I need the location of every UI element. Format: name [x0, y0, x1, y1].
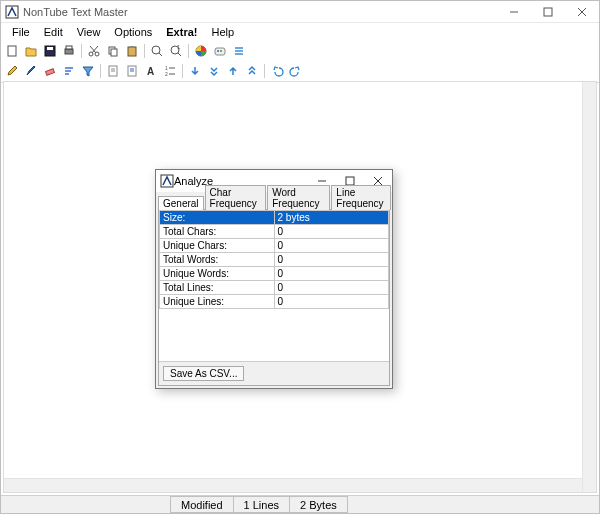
- svg-line-21: [178, 53, 181, 56]
- palette-icon[interactable]: [211, 42, 229, 60]
- main-titlebar: NonTube Text Master: [1, 1, 599, 23]
- table-row[interactable]: Total Lines: 0: [160, 281, 389, 295]
- tab-line-frequency[interactable]: Line Frequency: [331, 185, 391, 210]
- dialog-tabstrip: General Char Frequency Word Frequency Li…: [156, 192, 392, 209]
- row-value: 0: [274, 281, 389, 295]
- menu-extra[interactable]: Extra!: [159, 25, 204, 39]
- svg-point-26: [220, 50, 222, 52]
- tab-word-frequency[interactable]: Word Frequency: [267, 185, 330, 210]
- svg-rect-17: [130, 46, 134, 48]
- svg-text:A: A: [147, 66, 154, 77]
- table-row[interactable]: Unique Lines: 0: [160, 295, 389, 309]
- copy-icon[interactable]: [104, 42, 122, 60]
- table-row[interactable]: Size: 2 bytes: [160, 211, 389, 225]
- horizontal-scrollbar[interactable]: [4, 478, 582, 492]
- menu-options[interactable]: Options: [107, 25, 159, 39]
- svg-rect-28: [235, 50, 243, 52]
- open-folder-icon[interactable]: [22, 42, 40, 60]
- brush-icon[interactable]: [22, 62, 40, 80]
- new-file-icon[interactable]: [3, 42, 21, 60]
- toolbar-divider: [182, 64, 183, 78]
- save-icon[interactable]: [41, 42, 59, 60]
- color-wheel-icon[interactable]: [192, 42, 210, 60]
- toolbar-area: 1 A 12: [1, 41, 599, 83]
- menu-edit[interactable]: Edit: [37, 25, 70, 39]
- arrow-down-icon[interactable]: [186, 62, 204, 80]
- table-row[interactable]: Unique Words: 0: [160, 267, 389, 281]
- numbered-list-icon[interactable]: 12: [161, 62, 179, 80]
- stack-icon[interactable]: [230, 42, 248, 60]
- status-spacer: [1, 496, 171, 513]
- row-label: Total Lines:: [160, 281, 275, 295]
- text-a-icon[interactable]: A: [142, 62, 160, 80]
- svg-rect-8: [65, 49, 73, 54]
- cut-icon[interactable]: [85, 42, 103, 60]
- analyze-dialog: Analyze General Char Frequency Word Freq…: [155, 169, 393, 389]
- svg-rect-30: [46, 69, 55, 75]
- svg-rect-27: [235, 47, 243, 49]
- eraser-icon[interactable]: [41, 62, 59, 80]
- row-value: 0: [274, 225, 389, 239]
- toolbar-row-1: 1: [1, 41, 599, 61]
- svg-line-19: [159, 53, 162, 56]
- toolbar-divider: [264, 64, 265, 78]
- print-icon[interactable]: [60, 42, 78, 60]
- app-title: NonTube Text Master: [23, 6, 497, 18]
- zoom-in-icon[interactable]: [148, 42, 166, 60]
- window-controls: [497, 1, 599, 23]
- double-arrow-down-icon[interactable]: [205, 62, 223, 80]
- funnel-icon[interactable]: [79, 62, 97, 80]
- toolbar-divider: [144, 44, 145, 58]
- dialog-icon: [160, 174, 174, 188]
- double-arrow-up-icon[interactable]: [243, 62, 261, 80]
- analyze-table: Size: 2 bytes Total Chars: 0 Unique Char…: [159, 210, 389, 309]
- menu-help[interactable]: Help: [204, 25, 241, 39]
- dialog-bottom-bar: Save As CSV...: [159, 361, 389, 385]
- svg-point-18: [152, 46, 160, 54]
- dialog-tabpage: Size: 2 bytes Total Chars: 0 Unique Char…: [158, 209, 390, 386]
- doc-b-icon[interactable]: [123, 62, 141, 80]
- minimize-button[interactable]: [497, 1, 531, 23]
- sort-icon[interactable]: [60, 62, 78, 80]
- svg-rect-5: [8, 46, 16, 56]
- svg-text:1: 1: [177, 44, 181, 50]
- menu-file[interactable]: File: [5, 25, 37, 39]
- menu-view[interactable]: View: [70, 25, 108, 39]
- vertical-scrollbar[interactable]: [582, 82, 596, 492]
- svg-rect-15: [111, 49, 117, 56]
- row-value: 0: [274, 239, 389, 253]
- save-as-csv-button[interactable]: Save As CSV...: [163, 366, 244, 381]
- analyze-grid[interactable]: Size: 2 bytes Total Chars: 0 Unique Char…: [159, 210, 389, 361]
- doc-a-icon[interactable]: [104, 62, 122, 80]
- status-modified: Modified: [170, 496, 234, 513]
- zoom-reset-icon[interactable]: 1: [167, 42, 185, 60]
- toolbar-divider: [100, 64, 101, 78]
- row-label: Unique Chars:: [160, 239, 275, 253]
- svg-text:2: 2: [165, 71, 168, 77]
- status-bar: Modified 1 Lines 2 Bytes: [1, 495, 599, 513]
- tab-char-frequency[interactable]: Char Frequency: [205, 185, 267, 210]
- status-lines: 1 Lines: [233, 496, 290, 513]
- maximize-button[interactable]: [531, 1, 565, 23]
- svg-rect-29: [235, 53, 243, 55]
- table-row[interactable]: Unique Chars: 0: [160, 239, 389, 253]
- redo-plus-icon[interactable]: [287, 62, 305, 80]
- edit-icon[interactable]: [3, 62, 21, 80]
- row-value: 0: [274, 253, 389, 267]
- close-button[interactable]: [565, 1, 599, 23]
- table-row[interactable]: Total Words: 0: [160, 253, 389, 267]
- arrow-up-icon[interactable]: [224, 62, 242, 80]
- table-row[interactable]: Total Chars: 0: [160, 225, 389, 239]
- paste-icon[interactable]: [123, 42, 141, 60]
- row-label: Unique Words:: [160, 267, 275, 281]
- undo-plus-icon[interactable]: [268, 62, 286, 80]
- row-value: 0: [274, 295, 389, 309]
- svg-rect-2: [544, 8, 552, 16]
- svg-rect-9: [66, 46, 72, 49]
- tab-general[interactable]: General: [158, 196, 204, 210]
- row-label: Total Words:: [160, 253, 275, 267]
- toolbar-divider: [188, 44, 189, 58]
- row-value: 0: [274, 267, 389, 281]
- row-value: 2 bytes: [274, 211, 389, 225]
- svg-rect-47: [346, 177, 354, 185]
